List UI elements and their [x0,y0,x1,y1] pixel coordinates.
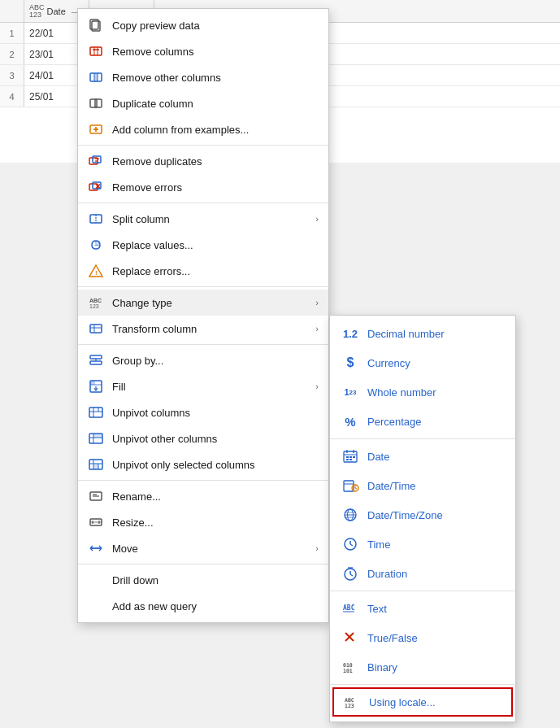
remove-col-icon [88,43,104,59]
remove-errors-icon [88,179,104,195]
binary-icon: 010 101 [341,658,359,676]
menu-item-remove-other-columns[interactable]: Remove other columns [78,64,328,90]
submenu-item-currency[interactable]: $ Currency [330,348,515,377]
submenu-item-time[interactable]: Time [330,530,515,559]
transform-column-label: Transform column [112,323,307,335]
remove-other-columns-label: Remove other columns [112,72,319,84]
remove-duplicates-label: Remove duplicates [112,155,319,168]
menu-item-remove-errors[interactable]: Remove errors [78,174,328,200]
submenu-item-using-locale[interactable]: ABC 123 Using locale... [332,687,513,717]
submenu-item-truefalse[interactable]: True/False [330,623,515,652]
split-col-icon [88,211,104,227]
submenu-item-whole-number[interactable]: 123 Whole number [330,377,515,407]
unpivot-columns-label: Unpivot columns [112,407,319,419]
svg-rect-48 [93,434,102,438]
replace-errors-icon: ! [88,263,104,279]
unpivot-cols-icon [88,404,104,421]
submenu-item-duration[interactable]: Duration [330,559,515,588]
submenu-item-datetime[interactable]: Date/Time [330,471,515,500]
fill-icon [88,378,104,395]
unpivot-other-icon [88,430,104,447]
menu-item-fill[interactable]: Fill › [78,373,328,399]
replace-vals-icon: 1 2 [88,237,104,253]
time-label: Time [367,538,390,551]
drill-down-label: Drill down [112,574,319,586]
duplicate-col-icon [88,95,104,111]
svg-text:ABC: ABC [89,298,102,303]
divider-3 [78,286,328,287]
context-menu: Copy preview data Remove columns Remove … [77,8,329,623]
menu-item-transform-column[interactable]: Transform column › [78,316,328,342]
menu-item-move[interactable]: Move › [78,535,328,561]
svg-rect-35 [90,361,102,364]
whole-number-icon: 123 [341,383,359,401]
submenu-item-decimal[interactable]: 1.2 Decimal number [330,319,515,348]
svg-rect-10 [90,99,97,107]
whole-number-label: Whole number [367,386,436,399]
divider-6 [78,564,328,565]
duration-label: Duration [367,568,407,580]
remove-other-col-icon [88,69,104,85]
svg-rect-66 [346,456,349,458]
remove-dupes-icon [88,153,104,169]
menu-item-drill-down[interactable]: Drill down [78,567,328,593]
submenu-item-text[interactable]: ABC Text [330,594,515,623]
svg-rect-2 [90,47,102,55]
submenu-change-type: 1.2 Decimal number $ Currency 123 Whole … [329,315,516,722]
menu-item-resize[interactable]: Resize... [78,509,328,535]
move-arrow: › [315,543,319,553]
divider-2 [78,203,328,203]
svg-rect-69 [346,459,349,460]
unpivot-other-columns-label: Unpivot other columns [112,433,319,445]
svg-rect-68 [353,456,355,458]
split-column-arrow: › [315,214,319,224]
rename-icon [88,488,104,504]
svg-rect-11 [95,99,102,107]
submenu-item-percentage[interactable]: % Percentage [330,407,515,436]
svg-text:!: ! [95,269,98,277]
menu-item-remove-duplicates[interactable]: Remove duplicates [78,148,328,174]
submenu-item-binary[interactable]: 010 101 Binary [330,652,515,682]
svg-line-75 [355,488,357,489]
row-num-3: 3 [0,65,24,85]
menu-item-rename[interactable]: Rename... [78,483,328,509]
menu-item-duplicate-column[interactable]: Duplicate column [78,90,328,116]
svg-rect-53 [93,464,98,469]
transform-col-icon [88,320,104,337]
fill-arrow: › [315,381,319,391]
divider-1 [78,145,328,146]
row-num-4: 4 [0,86,24,107]
copy-icon [88,17,104,33]
svg-line-83 [350,544,353,546]
divider-4 [78,344,328,345]
menu-item-remove-columns[interactable]: Remove columns [78,38,328,64]
menu-item-replace-values[interactable]: 1 2 Replace values... [78,232,328,258]
menu-item-copy-preview[interactable]: Copy preview data [78,12,328,38]
unpivot-selected-icon [88,456,104,473]
time-icon [341,535,359,553]
svg-text:123: 123 [89,303,99,309]
decimal-label: Decimal number [367,328,445,340]
submenu-item-date[interactable]: Date [330,442,515,471]
decimal-icon: 1.2 [341,325,359,342]
date-icon [341,447,359,465]
menu-item-add-column-examples[interactable]: Add column from examples... [78,116,328,142]
svg-text:101: 101 [343,668,353,674]
menu-item-group-by[interactable]: Group by... [78,347,328,373]
menu-item-unpivot-columns[interactable]: Unpivot columns [78,399,328,425]
duration-icon [341,565,359,582]
menu-item-change-type[interactable]: ABC 123 Change type › [78,290,328,316]
menu-item-unpivot-other-columns[interactable]: Unpivot other columns [78,425,328,451]
menu-item-add-new-query[interactable]: Add as new query [78,593,328,619]
sub-divider-2 [330,591,515,591]
datetime-icon [341,477,359,495]
menu-item-replace-errors[interactable]: ! Replace errors... [78,258,328,284]
menu-item-split-column[interactable]: Split column › [78,206,328,232]
menu-item-unpivot-selected-columns[interactable]: Unpivot only selected columns [78,451,328,477]
change-type-icon: ABC 123 [88,294,104,311]
row-num-1: 1 [0,23,24,43]
using-locale-icon: ABC 123 [343,693,361,711]
row-num-header [0,0,24,22]
submenu-item-datetimezone[interactable]: Date/Time/Zone [330,500,515,530]
sub-divider-3 [330,684,515,685]
